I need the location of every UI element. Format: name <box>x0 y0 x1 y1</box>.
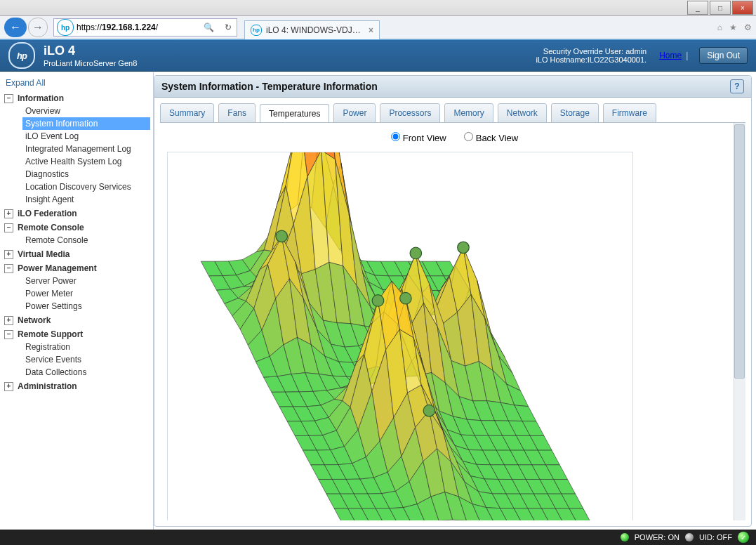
nav-group-remote-console[interactable]: –Remote Console <box>3 221 150 234</box>
page-title: System Information - Temperature Informa… <box>161 81 378 92</box>
collapse-icon[interactable]: – <box>4 330 13 339</box>
nav-item-system-information[interactable]: System Information <box>22 117 150 130</box>
browser-toolbar: ← → hp https://192.168.1.224/ 🔍 ↻ hp iLO… <box>0 16 756 39</box>
back-view-radio[interactable]: Back View <box>460 130 518 143</box>
collapse-icon[interactable]: – <box>4 264 13 273</box>
tab-fans[interactable]: Fans <box>218 103 256 123</box>
url-text: https://192.168.1.224/ <box>77 22 199 32</box>
tab-power[interactable]: Power <box>333 103 376 123</box>
search-icon[interactable]: 🔍 <box>204 22 214 32</box>
window-titlebar: _ □ × <box>0 0 756 16</box>
security-user-line: Security Override User: admin <box>536 47 646 55</box>
refresh-icon[interactable]: ↻ <box>225 22 232 32</box>
app-header: hp iLO 4 ProLiant MicroServer Gen8 Secur… <box>0 39 756 72</box>
nav-item-data-collections[interactable]: Data Collections <box>22 366 150 379</box>
product-subtitle: ProLiant MicroServer Gen8 <box>44 59 137 67</box>
uid-label: UID: OFF <box>699 533 732 541</box>
sensor-right-edge <box>458 242 470 254</box>
svg-point-330 <box>400 292 412 304</box>
scrollbar[interactable] <box>734 123 745 520</box>
tab-processors[interactable]: Processors <box>380 103 440 123</box>
nav-item-location-discovery-services[interactable]: Location Discovery Services <box>22 180 150 193</box>
expand-icon[interactable]: + <box>4 250 13 259</box>
subtabs: SummaryFansTemperaturesPowerProcessorsMe… <box>154 98 751 123</box>
nav-item-power-settings[interactable]: Power Settings <box>22 300 150 313</box>
window-maximize-button[interactable]: □ <box>710 1 731 15</box>
tab-temperatures[interactable]: Temperatures <box>260 104 329 124</box>
window-minimize-button[interactable]: _ <box>687 1 708 15</box>
sensor-mid-left <box>276 230 288 242</box>
uid-led-icon <box>685 533 694 541</box>
temperature-3d-chart <box>167 152 633 520</box>
main-panel: System Information - Temperature Informa… <box>154 75 752 527</box>
nav-item-registration[interactable]: Registration <box>22 341 150 353</box>
nav-group-administration[interactable]: +Administration <box>3 380 150 393</box>
nav-item-integrated-management-log[interactable]: Integrated Management Log <box>22 143 150 155</box>
nav-group-power-management[interactable]: –Power Management <box>3 262 150 275</box>
back-button[interactable]: ← <box>4 18 27 37</box>
svg-point-331 <box>423 405 435 416</box>
status-ok-icon: ✓ <box>738 532 749 543</box>
product-title: iLO 4 <box>44 44 137 58</box>
nav-sidebar: Expand All –InformationOverviewSystem In… <box>0 72 154 530</box>
power-led-icon <box>621 533 629 541</box>
nav-item-insight-agent[interactable]: Insight Agent <box>22 193 150 206</box>
expand-all-link[interactable]: Expand All <box>6 78 150 88</box>
home-icon[interactable]: ⌂ <box>717 22 722 32</box>
sign-out-button[interactable]: Sign Out <box>699 47 748 64</box>
nav-item-overview[interactable]: Overview <box>22 105 150 117</box>
tab-summary[interactable]: Summary <box>160 103 214 123</box>
help-icon[interactable]: ? <box>730 79 744 93</box>
hp-logo: hp <box>8 42 35 69</box>
view-selector: Front View Back View <box>160 130 745 143</box>
nav-group-information[interactable]: –Information <box>3 92 150 105</box>
expand-icon[interactable]: + <box>4 209 13 218</box>
nav-item-ilo-event-log[interactable]: iLO Event Log <box>22 130 150 143</box>
tab-memory[interactable]: Memory <box>444 103 493 123</box>
tab-title: iLO 4: WINDOWS-VDJLCF9 ... <box>266 25 364 35</box>
tab-network[interactable]: Network <box>498 103 547 123</box>
address-bar[interactable]: hp https://192.168.1.224/ 🔍 ↻ <box>53 18 237 37</box>
nav-group-virtual-media[interactable]: +Virtual Media <box>3 248 150 261</box>
nav-item-service-events[interactable]: Service Events <box>22 353 150 366</box>
front-view-radio[interactable]: Front View <box>387 130 446 143</box>
expand-icon[interactable]: + <box>4 316 13 325</box>
tab-storage[interactable]: Storage <box>551 103 599 123</box>
sensor-front-low <box>423 405 435 416</box>
expand-icon[interactable]: + <box>4 382 13 391</box>
nav-group-remote-support[interactable]: –Remote Support <box>3 328 150 341</box>
sensor-center <box>410 247 422 259</box>
nav-group-network[interactable]: +Network <box>3 314 150 327</box>
power-label: POWER: ON <box>635 533 679 541</box>
status-bar: POWER: ON UID: OFF ✓ <box>0 530 756 545</box>
hostname-line: iLO Hostname:ILO22G3040001. <box>536 55 646 64</box>
nav-item-power-meter[interactable]: Power Meter <box>22 287 150 300</box>
home-link[interactable]: Home <box>659 51 682 60</box>
collapse-icon[interactable]: – <box>4 223 13 232</box>
nav-group-ilo-federation[interactable]: +iLO Federation <box>3 207 150 220</box>
forward-button[interactable]: → <box>28 18 48 37</box>
tab-close-icon[interactable]: × <box>369 25 373 35</box>
tools-icon[interactable]: ⚙ <box>744 22 752 32</box>
svg-point-328 <box>410 247 422 259</box>
hp-favicon: hp <box>251 25 262 36</box>
nav-item-server-power[interactable]: Server Power <box>22 275 150 287</box>
nav-item-remote-console[interactable]: Remote Console <box>22 234 150 247</box>
favorites-icon[interactable]: ★ <box>729 22 737 32</box>
sensor-front-center <box>400 292 412 304</box>
svg-point-329 <box>372 295 384 307</box>
browser-tab[interactable]: hp iLO 4: WINDOWS-VDJLCF9 ... × <box>244 20 380 39</box>
svg-point-326 <box>276 230 288 242</box>
nav-item-diagnostics[interactable]: Diagnostics <box>22 168 150 180</box>
tab-firmware[interactable]: Firmware <box>603 103 656 123</box>
collapse-icon[interactable]: – <box>4 94 13 103</box>
hp-favicon: hp <box>57 19 74 36</box>
svg-point-327 <box>458 242 470 254</box>
nav-item-active-health-system-log[interactable]: Active Health System Log <box>22 155 150 168</box>
window-close-button[interactable]: × <box>732 1 753 15</box>
sensor-front-left <box>372 295 384 307</box>
